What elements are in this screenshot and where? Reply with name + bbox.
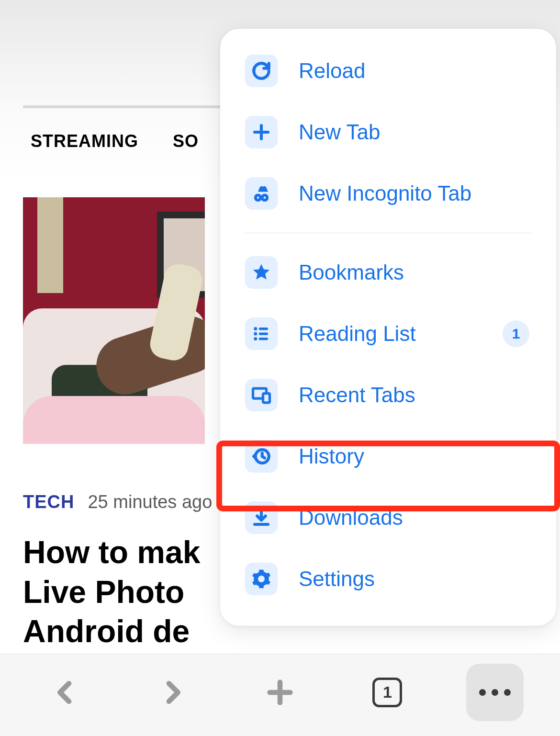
menu-label: Recent Tabs	[299, 383, 531, 407]
svg-rect-5	[259, 332, 268, 335]
list-icon	[245, 317, 278, 350]
reload-icon	[245, 55, 278, 87]
menu-label: History	[299, 444, 531, 468]
svg-rect-7	[259, 338, 268, 340]
new-tab-button[interactable]	[251, 664, 309, 721]
svg-point-1	[262, 195, 268, 201]
star-icon	[245, 256, 278, 289]
article-category[interactable]: TECH	[23, 492, 74, 512]
menu-label: Settings	[299, 567, 531, 591]
menu-label: Bookmarks	[299, 260, 531, 284]
more-icon	[479, 689, 511, 696]
back-button[interactable]	[36, 664, 94, 721]
plus-icon	[245, 116, 278, 148]
bottom-toolbar: 1	[0, 654, 560, 736]
more-button[interactable]	[466, 664, 524, 721]
arrow-right-icon	[157, 677, 188, 708]
download-icon	[245, 501, 278, 534]
menu-label: Reading List	[299, 322, 482, 346]
svg-rect-3	[259, 328, 268, 330]
reading-list-badge: 1	[503, 320, 529, 347]
menu-item-reading-list[interactable]: Reading List 1	[220, 303, 556, 364]
nav-tab-partial[interactable]: SO	[173, 131, 199, 151]
menu-label: Downloads	[299, 506, 531, 530]
menu-item-history[interactable]: History	[220, 426, 556, 487]
tabs-button[interactable]: 1	[358, 664, 416, 721]
incognito-icon	[245, 177, 278, 210]
arrow-left-icon	[50, 677, 80, 708]
nav-tab-streaming[interactable]: STREAMING	[31, 131, 138, 151]
devices-icon	[245, 379, 278, 411]
article-timestamp: 25 minutes ago	[88, 492, 212, 512]
article-image	[23, 197, 205, 444]
plus-icon	[265, 677, 295, 708]
menu-item-settings[interactable]: Settings	[220, 548, 556, 610]
svg-point-0	[256, 195, 261, 201]
menu-item-new-tab[interactable]: New Tab	[220, 102, 556, 163]
svg-point-2	[254, 327, 257, 330]
svg-point-6	[254, 337, 257, 340]
menu-item-reload[interactable]: Reload	[220, 40, 556, 102]
menu-label: Reload	[299, 59, 531, 83]
svg-rect-9	[263, 394, 270, 403]
menu-item-downloads[interactable]: Downloads	[220, 487, 556, 548]
history-icon	[245, 440, 278, 473]
tab-count-icon: 1	[372, 678, 402, 707]
gear-icon	[245, 563, 278, 595]
menu-separator	[245, 233, 531, 233]
menu-item-new-incognito-tab[interactable]: New Incognito Tab	[220, 163, 556, 224]
browser-menu: Reload New Tab New Incognito Tab Bookmar…	[220, 29, 556, 626]
menu-label: New Tab	[299, 120, 531, 144]
menu-item-bookmarks[interactable]: Bookmarks	[220, 242, 556, 303]
menu-item-recent-tabs[interactable]: Recent Tabs	[220, 364, 556, 426]
menu-label: New Incognito Tab	[299, 181, 531, 205]
forward-button[interactable]	[144, 664, 202, 721]
svg-point-4	[254, 332, 257, 336]
